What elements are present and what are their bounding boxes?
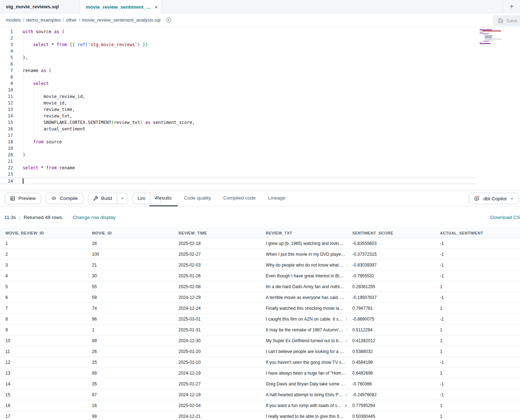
cell-movie_id: 55 [87,281,173,292]
code-line: 22select * from rename [0,165,520,171]
line-content: select * from {{ ref('stg_movie_reviews'… [13,41,148,48]
line-content [13,48,23,54]
line-number: 22 [0,165,13,171]
cell-movie_review_id: 9 [0,325,87,335]
cell-movie_id: 26 [87,346,173,357]
cell-review-txt: My Super Ex Girlfriend turned out to b… [260,335,347,346]
code-line: 13 review_time, [0,106,520,113]
cell-sentiment_score: -0.19507837 [347,292,435,303]
cell-movie_id: 1 [87,325,173,335]
new-tab-button[interactable]: + [503,0,520,13]
tab-results[interactable]: Results [149,191,178,206]
review-text: My Super Ex Girlfriend turned out to b… [266,335,343,346]
line-number: 2 [0,35,13,41]
code-line: 20) [0,152,520,158]
code-line: 18 from source [0,139,520,145]
cell-sentiment_score: 0.77595294 [347,400,435,411]
file-header-bar: models / demo_examples / other / movie_r… [0,13,520,27]
code-line: 15 SNOWFLAKE.CORTEX.SENTIMENT(review_txt… [0,119,520,126]
line-content: review_time, [13,106,75,113]
cell-actual_sentiment: -1 [435,271,520,281]
cell-review-txt: If you haven't seen the gong show TV s… [260,357,347,367]
line-content: review_txt, [13,113,72,119]
table-row: 21002025-02-27When I put this movie in m… [0,249,520,260]
line-content: select [13,80,49,87]
tab-stg-movie-reviews[interactable]: stg_movie_reviews.sql [0,0,80,13]
editor-minimap[interactable] [480,30,506,47]
cell-review_time: 2025-02-03 [173,260,260,270]
column-header: SENTIMENT_SCORE [347,228,435,238]
cell-review_time: 2024-12-30 [173,335,260,346]
cell-review_time: 2024-12-24 [173,303,260,313]
tab-lineage[interactable]: Lineage [262,191,291,206]
line-number: 6 [0,61,13,67]
query-duration: 11.3s [4,215,16,220]
cell-movie_id: 89 [87,335,173,346]
column-header: REVIEW_TIME [173,228,260,238]
build-button[interactable]: Build [88,193,117,204]
cell-review_time: 2025-02-27 [173,249,260,259]
expand-row-button[interactable] [344,404,347,407]
cell-review_time: 2025-03-01 [173,314,260,324]
cell-sentiment_score: 0.28381255 [347,281,435,292]
cell-actual_sentiment: 1 [435,411,520,420]
cell-actual_sentiment: 1 [435,368,520,378]
cell-review_time: 2024-12-19 [173,368,260,378]
result-tabs: ResultsCode qualityCompiled codeLineage [145,191,291,206]
save-button[interactable]: Save [493,15,520,26]
download-csv-link[interactable]: Download CSV [490,215,520,220]
code-editor[interactable]: 1with source as (23 select * from {{ ref… [0,27,520,190]
cell-review_time: 2025-02-08 [173,281,260,292]
cell-movie_id: 59 [87,292,173,303]
cell-sentiment_score: -0.37372315 [347,249,435,259]
change-row-display-link[interactable]: Change row display [73,215,116,220]
build-dropdown-button[interactable] [117,193,128,204]
build-label: Build [101,196,112,201]
cell-actual_sentiment: 1 [435,325,520,335]
cell-review-txt: I can't believe people are looking for a… [260,346,347,357]
table-row: 11262025-01-20I can't believe people are… [0,346,520,357]
cell-movie_review_id: 1 [0,238,87,249]
compile-button[interactable]: Compile [46,193,83,204]
cell-sentiment_score: -0.760366 [347,379,435,389]
code-line: 7rename as ( [0,67,520,74]
table-row: 1282025-02-18I grew up (b. 1965) watchin… [0,238,520,249]
compile-label: Compile [60,196,78,201]
tab-code-quality[interactable]: Code quality [178,191,217,206]
cell-sentiment_score: 0.5112294 [347,325,435,335]
cell-sentiment_score: -0.83555603 [347,238,435,249]
cell-sentiment_score: 0.50380445 [347,411,435,420]
line-number: 19 [0,145,13,152]
chevron-down-icon [120,196,124,200]
review-text: It may be the remake of 1987 Autumn'… [266,325,343,335]
line-content [13,132,23,139]
close-tab-icon[interactable]: × [155,4,158,10]
review-text: I caught this film on AZN on cable. It s… [266,314,343,324]
line-number: 15 [0,119,13,126]
line-content: ) [13,152,25,158]
tab-movie-review-sentiment[interactable]: movie_review_sentiment_… × [80,0,161,14]
table-body: 1282025-02-18I grew up (b. 1965) watchin… [0,238,520,420]
preview-button[interactable]: Preview [5,193,41,204]
breadcrumb-segment: other [66,17,77,23]
code-line: 11 movie_review_id, [0,93,520,100]
cell-actual_sentiment: 1 [435,400,520,411]
line-number: 17 [0,132,13,139]
cell-review-txt: It may be the remake of 1987 Autumn'… [260,325,347,335]
cell-review-txt: I have always been a huge fan of "Hom… [260,368,347,378]
tab-compiled-code[interactable]: Compiled code [217,191,262,206]
cell-sentiment_score: -0.24976082 [347,389,435,400]
cell-review-txt: A half-hearted attempt to bring Elvis P… [260,389,347,400]
review-text: Even though I have great interest in Bi… [266,271,343,281]
dbt-copilot-button[interactable]: dbt Copilot [469,193,519,204]
line-content [13,87,23,93]
line-content: from source [13,139,62,145]
table-row: 13892024-12-19I have always been a huge … [0,368,520,379]
explore-lineage-button[interactable] [164,15,173,25]
cell-sentiment_score: -0.8690075 [347,314,435,324]
cell-review_time: 2024-12-29 [173,292,260,303]
tab-label: stg_movie_reviews.sql [6,4,59,9]
cell-actual_sentiment: -1 [435,379,520,389]
line-number: 14 [0,113,13,119]
cell-review_time: 2024-12-19 [173,389,260,400]
